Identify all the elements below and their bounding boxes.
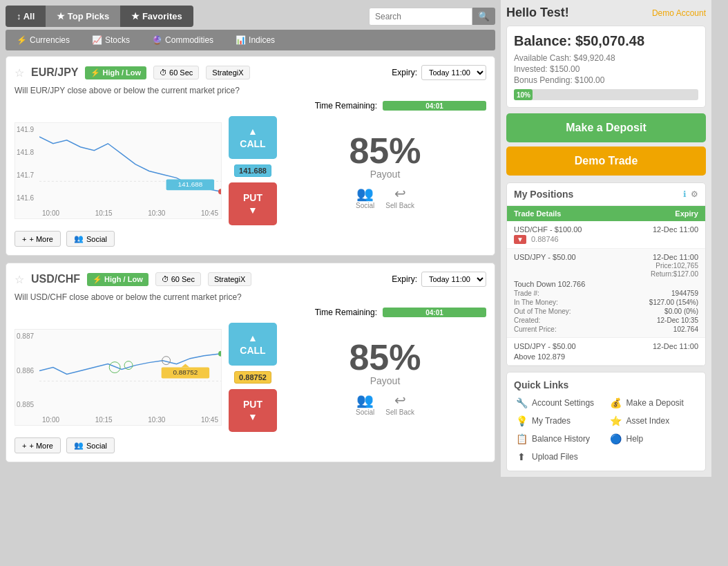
plus-icon: + bbox=[22, 235, 26, 243]
call-button-usdchf[interactable]: ▲ CALL bbox=[229, 323, 277, 366]
expiry-select-eurjpy[interactable]: Today 11:00 bbox=[421, 65, 486, 80]
position-pair-usdjpy1: USD/JPY - $50.00 bbox=[514, 253, 576, 278]
payout-percent-usdchf: 85% bbox=[284, 339, 486, 375]
settings-icon[interactable]: ⚙ bbox=[691, 189, 698, 199]
currencies-tab[interactable]: ⚡ Currencies bbox=[6, 30, 81, 50]
deposit-button[interactable]: Make a Deposit bbox=[506, 113, 706, 142]
positions-title: My Positions bbox=[514, 189, 573, 200]
position-details-row1: Trade #: 1944759 bbox=[514, 290, 698, 297]
sell-back-button-eurjpy[interactable]: ↩ Sell Back bbox=[385, 185, 414, 209]
high-low-badge-usdchf: ⚡ High / Low bbox=[87, 273, 149, 286]
search-button[interactable]: 🔍 bbox=[472, 8, 495, 25]
social-footer-button-eurjpy[interactable]: 👥 Social bbox=[66, 231, 115, 247]
position-header-usdjpy2: USD/JPY - $50.00 12-Dec 11:00 bbox=[514, 342, 698, 350]
quick-links-box: Quick Links 🔧 Account Settings 💰 Make a … bbox=[506, 372, 706, 471]
svg-marker-13 bbox=[181, 364, 189, 368]
favorites-tab[interactable]: ★ Favorites bbox=[120, 6, 193, 27]
sub-nav: ⚡ Currencies 📈 Stocks 🔮 Commodities 📊 In… bbox=[6, 30, 495, 50]
time-value-eurjpy: 04:01 bbox=[383, 101, 486, 111]
social-button-eurjpy[interactable]: 👥 Social bbox=[356, 185, 374, 209]
quick-link-my-trades[interactable]: 💡 My Trades bbox=[514, 414, 604, 428]
card-header-eurjpy: ☆ EUR/JPY ⚡ High / Low ⏱ 60 Sec Strategi… bbox=[15, 65, 486, 80]
quick-link-upload-files[interactable]: ⬆ Upload Files bbox=[514, 450, 604, 464]
time-remaining-usdchf: Time Remaining: 04:01 bbox=[15, 308, 486, 317]
more-button-eurjpy[interactable]: + + More bbox=[15, 231, 61, 247]
social-footer-button-usdchf[interactable]: 👥 Social bbox=[66, 437, 115, 453]
help-label: Help bbox=[626, 434, 644, 444]
position-pair-usdchf: USD/CHF - $100.00 bbox=[514, 225, 582, 234]
stocks-label: Stocks bbox=[105, 35, 130, 45]
position-expiry-usdjpy2: 12-Dec 11:00 bbox=[653, 342, 698, 350]
expiry-section-eurjpy: Expiry: Today 11:00 bbox=[392, 65, 486, 80]
quick-link-help[interactable]: 🔵 Help bbox=[609, 432, 699, 446]
balance-history-label: Balance History bbox=[532, 434, 590, 444]
expiry-col: Expiry bbox=[675, 209, 698, 218]
card-header-usdchf: ☆ USD/CHF ⚡ High / Low ⏱ 60 Sec Strategi… bbox=[15, 272, 486, 287]
chart-usdchf: 0.887 0.886 0.885 0.88752 0.88752 bbox=[15, 329, 222, 426]
stocks-tab[interactable]: 📈 Stocks bbox=[81, 30, 141, 50]
right-panel: Hello Test! Demo Account Balance: $50,07… bbox=[501, 0, 711, 477]
top-picks-tab[interactable]: ★ Top Picks bbox=[46, 6, 120, 27]
greeting-section: Hello Test! Demo Account bbox=[506, 6, 706, 20]
chart-y-labels-eurjpy: 141.9 141.8 141.7 141.6 bbox=[15, 123, 39, 205]
time-value-usdchf: 04:01 bbox=[383, 308, 486, 317]
info-icon[interactable]: ℹ bbox=[683, 189, 687, 199]
social-button-usdchf[interactable]: 👥 Social bbox=[356, 392, 374, 416]
svg-point-9 bbox=[124, 361, 133, 370]
all-tab[interactable]: ↕ All bbox=[6, 6, 46, 27]
quick-links-grid: 🔧 Account Settings 💰 Make a Deposit 💡 My… bbox=[514, 396, 698, 464]
quick-link-account-settings[interactable]: 🔧 Account Settings bbox=[514, 396, 604, 410]
upload-files-label: Upload Files bbox=[532, 452, 578, 462]
more-button-usdchf[interactable]: + + More bbox=[15, 437, 61, 453]
social-section-eurjpy: 👥 Social ↩ Sell Back bbox=[284, 185, 486, 209]
social-section-usdchf: 👥 Social ↩ Sell Back bbox=[284, 392, 486, 416]
wrench-icon: 🔧 bbox=[515, 397, 528, 408]
indices-tab[interactable]: 📊 Indices bbox=[224, 30, 286, 50]
quick-links-title: Quick Links bbox=[514, 379, 698, 390]
expiry-select-usdchf[interactable]: Today 11:00 bbox=[421, 272, 486, 287]
position-details-row2: In The Money: $127.00 (154%) bbox=[514, 299, 698, 306]
positions-header: My Positions ℹ ⚙ bbox=[507, 183, 705, 206]
commodities-tab[interactable]: 🔮 Commodities bbox=[141, 30, 224, 50]
positions-icons: ℹ ⚙ bbox=[683, 189, 698, 199]
search-input[interactable] bbox=[369, 8, 472, 26]
favorite-star-eurjpy[interactable]: ☆ bbox=[15, 66, 24, 79]
call-arrow-up-icon-usdchf: ▲ bbox=[248, 332, 258, 343]
put-button-eurjpy[interactable]: PUT ▼ bbox=[229, 182, 277, 225]
trade-card-usdchf: ☆ USD/CHF ⚡ High / Low ⏱ 60 Sec Strategi… bbox=[6, 263, 495, 462]
commodities-label: Commodities bbox=[165, 35, 213, 45]
positions-box: My Positions ℹ ⚙ Trade Details Expiry US… bbox=[506, 182, 706, 366]
greeting-text: Hello Test! bbox=[506, 6, 569, 20]
put-button-usdchf[interactable]: PUT ▼ bbox=[229, 389, 277, 432]
svg-text:0.88752: 0.88752 bbox=[173, 369, 198, 377]
bonus-bar-container: 10% bbox=[514, 89, 698, 100]
chart-svg-usdchf: 0.88752 0.88752 bbox=[39, 330, 221, 412]
sell-back-icon-usdchf: ↩ bbox=[385, 392, 414, 408]
card-body-eurjpy: 141.9 141.8 141.7 141.6 141.688 141.688 … bbox=[15, 116, 486, 225]
quick-link-asset-index[interactable]: ⭐ Asset Index bbox=[609, 414, 699, 428]
put-arrow-down-icon: ▼ bbox=[248, 205, 258, 216]
created-value: 12-Dec 10:35 bbox=[657, 317, 698, 324]
favorite-star-usdchf[interactable]: ☆ bbox=[15, 273, 24, 286]
card-question-usdchf: Will USD/CHF close above or below the cu… bbox=[15, 292, 486, 302]
sell-back-button-usdchf[interactable]: ↩ Sell Back bbox=[385, 392, 414, 416]
trade-buttons-eurjpy: ▲ CALL 141.688 PUT ▼ bbox=[229, 116, 277, 225]
time-badge-eurjpy: ⏱ 60 Sec bbox=[153, 66, 199, 79]
chart-eurjpy: 141.9 141.8 141.7 141.6 141.688 141.688 … bbox=[15, 122, 222, 219]
svg-text:141.688: 141.688 bbox=[178, 180, 202, 188]
demo-trade-button[interactable]: Demo Trade bbox=[506, 147, 706, 176]
position-expiry-usdchf: 12-Dec 11:00 bbox=[653, 225, 698, 234]
position-expiry-price-usdjpy1: 12-Dec 11:00 Price:102,765 Return:$127.0… bbox=[651, 253, 698, 278]
plus-icon-usdchf: + bbox=[22, 442, 26, 450]
call-button-eurjpy[interactable]: ▲ CALL bbox=[229, 116, 277, 159]
quick-link-balance-history[interactable]: 📋 Balance History bbox=[514, 432, 604, 446]
expiry-label-eurjpy: Expiry: bbox=[392, 68, 417, 77]
quick-link-make-deposit[interactable]: 💰 Make a Deposit bbox=[609, 396, 699, 410]
svg-point-6 bbox=[218, 351, 221, 357]
demo-account-link[interactable]: Demo Account bbox=[652, 8, 706, 18]
make-deposit-label: Make a Deposit bbox=[626, 398, 684, 408]
chart-svg-eurjpy: 141.688 141.688 bbox=[39, 123, 221, 205]
direction-badge-usdchf: ▼ bbox=[514, 235, 526, 244]
trade-buttons-usdchf: ▲ CALL 0.88752 PUT ▼ bbox=[229, 323, 277, 432]
position-header-usdchf: USD/CHF - $100.00 12-Dec 11:00 bbox=[514, 225, 698, 234]
